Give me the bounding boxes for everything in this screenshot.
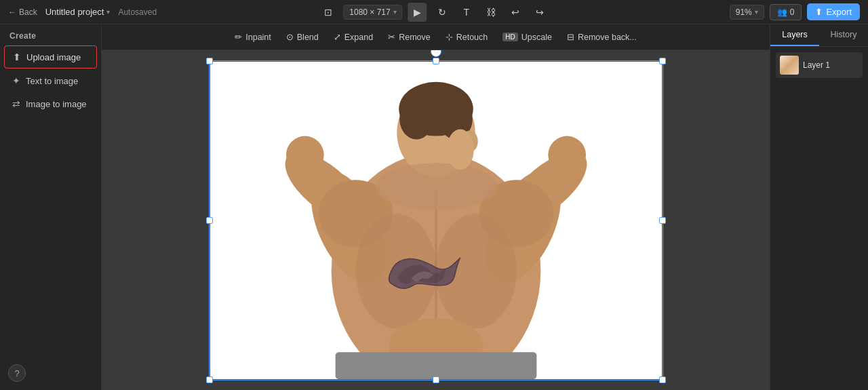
zoom-level: 91% (736, 7, 752, 17)
right-sidebar: Layers History Layer 1 (770, 24, 868, 390)
remove-bg-icon: ⊟ (567, 32, 574, 42)
rotate-handle[interactable]: ↻ (431, 50, 441, 57)
topbar-center: ⊡ 1080 × 717 ▾ ▶ ↻ T ⛓ ↩ ↪ (319, 3, 549, 22)
retouch-label: Retouch (456, 33, 488, 42)
canvas-wrapper[interactable]: ↻ (102, 50, 770, 390)
rotate-tool-button[interactable]: ↻ (433, 3, 452, 22)
project-title: Untitled project (45, 7, 104, 17)
zoom-button[interactable]: 91% ▾ (730, 5, 764, 20)
undo-button[interactable]: ↩ (506, 3, 525, 22)
blend-tool-button[interactable]: ⊙ Blend (279, 28, 326, 45)
blend-icon: ⊙ (286, 32, 294, 42)
canvas-size-button[interactable]: 1080 × 717 ▾ (343, 5, 402, 20)
upscale-hd-badge: HD (502, 33, 517, 41)
back-label: Back (19, 7, 37, 17)
layer-thumbnail-image (780, 56, 799, 75)
svg-point-12 (548, 136, 586, 174)
sidebar-item-upload-image[interactable]: ⬆ Upload image (4, 45, 97, 69)
frame-tool-button[interactable]: ⊡ (319, 3, 338, 22)
export-button[interactable]: ⬆ Export (807, 3, 860, 20)
inpaint-tool-button[interactable]: ✏ Inpaint (228, 28, 278, 45)
share-count: 0 (790, 7, 795, 17)
canvas-area: ✏ Inpaint ⊙ Blend ⤢ Expand ✂ Remove ⊹ Re… (102, 24, 770, 390)
retouch-tool-button[interactable]: ⊹ Retouch (439, 28, 495, 45)
back-arrow-icon: ← (8, 7, 16, 17)
help-button[interactable]: ? (8, 364, 26, 382)
topbar: ← Back Untitled project ▾ Autosaved ⊡ 10… (0, 0, 868, 24)
expand-tool-button[interactable]: ⤢ Expand (327, 28, 380, 45)
remove-label: Remove (399, 33, 431, 42)
right-sidebar-tabs: Layers History (770, 24, 868, 47)
layer-item[interactable]: Layer 1 (776, 52, 863, 78)
share-icon: 👥 (777, 7, 787, 17)
sidebar-item-image-to-image[interactable]: ⇄ Image to image (4, 93, 97, 115)
export-label: Export (826, 7, 852, 17)
svg-point-21 (446, 129, 473, 170)
select-tool-button[interactable]: ▶ (408, 3, 427, 22)
sidebar-upload-label: Upload image (26, 52, 81, 62)
canvas-size-chevron-icon: ▾ (393, 8, 397, 16)
tool-bar: ✏ Inpaint ⊙ Blend ⤢ Expand ✂ Remove ⊹ Re… (102, 24, 770, 50)
back-button[interactable]: ← Back (8, 7, 37, 17)
sidebar-text-to-image-label: Text to image (26, 76, 78, 86)
left-sidebar: Create ⬆ Upload image ✦ Text to image ⇄ … (0, 24, 102, 390)
retouch-icon: ⊹ (446, 32, 453, 42)
remove-tool-button[interactable]: ✂ Remove (381, 28, 437, 45)
redo-button[interactable]: ↪ (530, 3, 549, 22)
text-to-image-icon: ✦ (12, 75, 20, 86)
inpaint-icon: ✏ (235, 32, 242, 42)
link-tool-button[interactable]: ⛓ (481, 3, 500, 22)
export-icon: ⬆ (815, 7, 823, 17)
tab-layers[interactable]: Layers (770, 24, 819, 46)
topbar-right: 91% ▾ 👥 0 ⬆ Export (730, 3, 860, 20)
svg-point-9 (285, 136, 323, 174)
svg-rect-22 (335, 352, 536, 379)
layer-thumbnail (780, 56, 799, 75)
svg-point-19 (375, 163, 496, 210)
remove-icon: ✂ (388, 32, 395, 42)
upscale-tool-button[interactable]: HD Upscale (496, 29, 559, 45)
zoom-chevron-icon: ▾ (755, 8, 758, 16)
layers-panel: Layer 1 (770, 47, 868, 83)
svg-point-5 (399, 98, 433, 139)
canvas-image (210, 62, 662, 379)
upload-icon: ⬆ (13, 52, 21, 62)
expand-icon: ⤢ (334, 32, 341, 42)
help-icon: ? (14, 368, 19, 378)
expand-label: Expand (344, 33, 373, 42)
canvas-frame: ↻ (210, 61, 663, 380)
blend-label: Blend (297, 33, 319, 42)
remove-bg-label: Remove back... (578, 33, 637, 42)
share-button[interactable]: 👥 0 (770, 4, 802, 20)
main-layout: Create ⬆ Upload image ✦ Text to image ⇄ … (0, 24, 868, 390)
image-to-image-icon: ⇄ (12, 98, 20, 109)
inpaint-label: Inpaint (245, 33, 271, 42)
tab-history[interactable]: History (819, 24, 868, 46)
topbar-left: ← Back Untitled project ▾ Autosaved (8, 7, 157, 17)
sidebar-image-to-image-label: Image to image (26, 99, 87, 109)
project-name[interactable]: Untitled project ▾ (45, 7, 111, 17)
upscale-label: Upscale (521, 33, 552, 42)
remove-background-tool-button[interactable]: ⊟ Remove back... (560, 28, 644, 45)
text-tool-button[interactable]: T (457, 3, 476, 22)
sidebar-item-text-to-image[interactable]: ✦ Text to image (4, 70, 97, 92)
autosaved-status: Autosaved (118, 7, 157, 17)
sidebar-create-header: Create (0, 24, 101, 45)
canvas-size-label: 1080 × 717 (349, 7, 390, 17)
layer-name: Layer 1 (803, 60, 830, 70)
project-chevron-icon: ▾ (106, 8, 110, 16)
